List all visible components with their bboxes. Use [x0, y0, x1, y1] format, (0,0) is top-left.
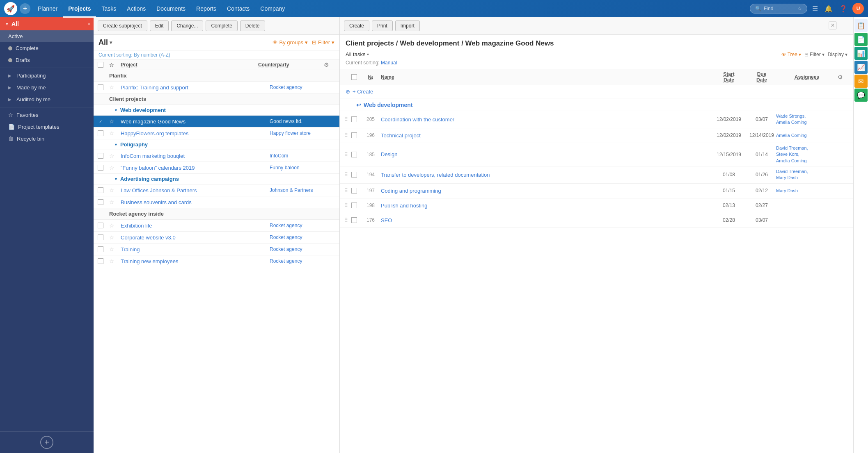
search-box[interactable]: 🔍 Find ☆ — [750, 4, 807, 14]
task-row[interactable]: ⠿ 194 Transfer to developers, related do… — [340, 166, 853, 184]
drag-handle[interactable]: ⠿ — [344, 202, 351, 209]
proj-checkbox[interactable] — [98, 246, 103, 252]
sidebar-item-drafts[interactable]: Drafts — [0, 54, 94, 66]
task-checkbox[interactable] — [351, 172, 357, 178]
nav-reports[interactable]: Reports — [191, 3, 221, 14]
proj-name[interactable]: Web magazine Good News — [121, 118, 270, 125]
task-row[interactable]: ⠿ 205 Coordination with the customer 12/… — [340, 111, 853, 128]
panel-icon-chart[interactable]: 📊 — [854, 47, 868, 60]
project-row[interactable]: ☆ InfoCom marketing bouqlet InfoCom — [94, 150, 339, 162]
proj-star[interactable]: ☆ — [109, 164, 121, 171]
proj-name[interactable]: Law Offices Johnson & Partners — [121, 187, 270, 193]
task-name[interactable]: SEO — [381, 217, 710, 223]
subgroup-poligraphy[interactable]: Poligraphy — [94, 139, 339, 150]
settings-col-icon[interactable]: ⚙ — [324, 61, 335, 68]
sidebar-collapse-btn[interactable]: « — [87, 21, 90, 27]
sidebar-item-favorites[interactable]: ☆ Favorites — [0, 109, 94, 121]
due-date-col-header[interactable]: DueDate — [747, 71, 776, 83]
task-name[interactable]: Technical project — [381, 132, 710, 139]
detail-close-button[interactable]: × — [829, 21, 837, 30]
create-task-row[interactable]: ⊕ + Create — [340, 85, 853, 98]
project-row[interactable]: ☆ Law Offices Johnson & Partners Johnson… — [94, 184, 339, 196]
proj-name[interactable]: Corporate website v3.0 — [121, 234, 270, 241]
panel-icon-list[interactable]: 📋 — [854, 19, 868, 32]
task-row[interactable]: ⠿ 197 Coding and programming 01/15 02/12… — [340, 184, 853, 198]
drag-handle[interactable]: ⠿ — [344, 217, 351, 223]
sidebar-item-complete[interactable]: Complete — [0, 42, 94, 54]
detail-import-button[interactable]: Import — [395, 20, 420, 31]
create-subproject-button[interactable]: Create subproject — [98, 20, 147, 31]
task-row[interactable]: ⠿ 198 Publish and hosting 02/13 02/27 — [340, 198, 853, 213]
change-button[interactable]: Change... — [171, 20, 203, 31]
project-row[interactable]: ☆ HappyFlowers.org templates Happy flowe… — [94, 127, 339, 139]
task-name[interactable]: Design — [381, 151, 710, 157]
proj-name[interactable]: Planfix: Training and support — [121, 84, 270, 91]
detail-print-button[interactable]: Print — [372, 20, 393, 31]
project-col-header[interactable]: Project — [121, 62, 258, 68]
sidebar-item-recycle-bin[interactable]: 🗑 Recycle bin — [0, 133, 94, 145]
sidebar-all-header[interactable]: ▼ All « — [0, 17, 94, 30]
proj-star[interactable]: ☆ — [109, 130, 121, 137]
task-checkbox[interactable] — [351, 217, 357, 223]
project-row[interactable]: ☆ Business souvenirs and cards — [94, 196, 339, 208]
proj-star[interactable]: ☆ — [109, 153, 121, 159]
proj-checkbox[interactable] — [98, 165, 103, 171]
project-row[interactable]: ☆ Training Rocket agency — [94, 244, 339, 255]
task-select-all[interactable] — [351, 74, 357, 80]
panel-icon-mail[interactable]: ✉ — [854, 75, 868, 88]
proj-star[interactable]: ☆ — [109, 258, 121, 264]
proj-name[interactable]: Business souvenirs and cards — [121, 199, 270, 205]
task-name[interactable]: Transfer to developers, related document… — [381, 172, 710, 178]
proj-star[interactable]: ☆ — [109, 246, 121, 253]
proj-checkbox[interactable] — [98, 187, 103, 193]
detail-create-button[interactable]: Create — [344, 20, 369, 31]
proj-star[interactable]: ☆ — [109, 234, 121, 241]
by-groups-button[interactable]: 👁 By groups ▾ — [273, 39, 308, 46]
proj-checkbox[interactable] — [98, 234, 103, 240]
avatar[interactable]: U — [852, 3, 864, 14]
all-tasks-dropdown[interactable]: All tasks ▾ — [346, 51, 369, 57]
nav-projects[interactable]: Projects — [63, 3, 96, 14]
project-row[interactable]: ☆ Training new employees Rocket agency — [94, 255, 339, 267]
proj-checkbox[interactable] — [98, 258, 103, 264]
subgroup-advertising[interactable]: Advertising campaigns — [94, 174, 339, 184]
display-button[interactable]: Display ▾ — [828, 52, 847, 57]
detail-filter-button[interactable]: ⊟ Filter ▾ — [804, 52, 824, 57]
sidebar-item-active[interactable]: Active — [0, 30, 94, 42]
nav-company[interactable]: Company — [255, 3, 290, 14]
panel-icon-doc[interactable]: 📄 — [854, 33, 868, 46]
drag-handle[interactable]: ⠿ — [344, 132, 351, 139]
nav-tasks[interactable]: Tasks — [97, 3, 121, 14]
proj-checkbox[interactable] — [98, 130, 103, 136]
proj-star[interactable]: ☆ — [109, 118, 121, 125]
delete-button[interactable]: Delete — [240, 20, 265, 31]
task-name[interactable]: Coding and programming — [381, 188, 710, 194]
select-all-checkbox[interactable] — [98, 62, 103, 68]
add-button[interactable]: + — [20, 3, 30, 14]
sidebar-item-made-by-me[interactable]: ▶ Made by me — [0, 82, 94, 93]
proj-star[interactable]: ☆ — [109, 84, 121, 91]
edit-button[interactable]: Edit — [150, 20, 169, 31]
task-checkbox[interactable] — [351, 152, 357, 157]
project-row-selected[interactable]: ✓ ☆ Web magazine Good News Good news ltd… — [94, 116, 339, 127]
task-row[interactable]: ⠿ 176 SEO 02/28 03/07 — [340, 213, 853, 228]
menu-icon[interactable]: ☰ — [811, 3, 820, 14]
start-date-col-header[interactable]: StartDate — [710, 71, 747, 83]
proj-checkbox[interactable] — [98, 199, 103, 205]
nav-documents[interactable]: Documents — [151, 3, 190, 14]
task-row[interactable]: ⠿ 185 Design 12/15/2019 01/14 David Tree… — [340, 143, 853, 166]
task-checkbox[interactable] — [351, 203, 357, 208]
panel-icon-chat[interactable]: 💬 — [854, 89, 868, 102]
proj-star[interactable]: ☆ — [109, 222, 121, 229]
project-row[interactable]: ☆ "Funny baloon" calendars 2019 Funny ba… — [94, 162, 339, 174]
complete-button[interactable]: Complete — [206, 20, 237, 31]
sidebar-item-project-templates[interactable]: 📄 Project templates — [0, 121, 94, 133]
app-logo[interactable]: 🚀 — [4, 2, 17, 15]
proj-name[interactable]: Training — [121, 246, 270, 253]
proj-name[interactable]: Training new employees — [121, 258, 270, 264]
drag-handle[interactable]: ⠿ — [344, 151, 351, 158]
help-icon[interactable]: ❓ — [838, 3, 849, 14]
proj-star[interactable]: ☆ — [109, 187, 121, 193]
counterparty-col-header[interactable]: Counterparty — [258, 62, 324, 68]
task-checkbox[interactable] — [351, 132, 357, 138]
